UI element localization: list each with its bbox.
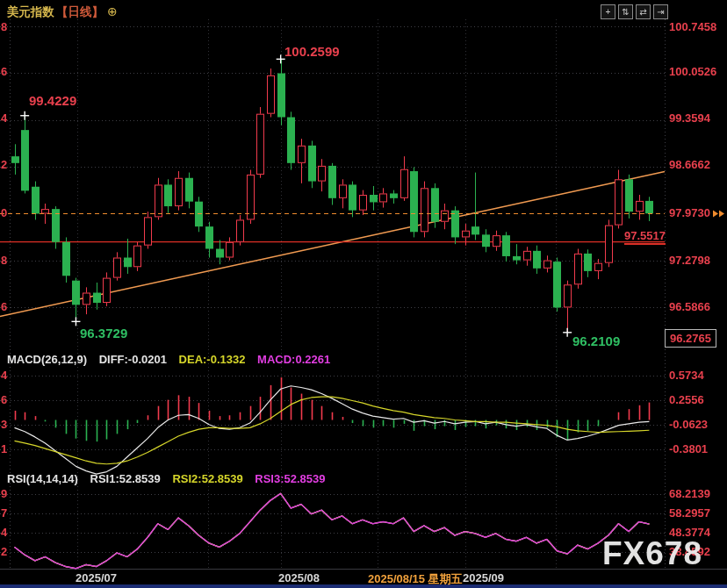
chart-canvas[interactable] xyxy=(0,0,727,588)
price-axis-label: 97.2798 xyxy=(669,254,710,268)
rsi-params-label: RSI(14,14,14) xyxy=(7,472,78,485)
macd-params-label: MACD(26,12,9) xyxy=(7,353,87,366)
macd-axis-label: 0.5734 xyxy=(669,369,704,383)
price-axis-label: 100.0526 xyxy=(669,65,716,79)
left-axis-digit: 1 xyxy=(1,442,7,456)
step-forward-icon[interactable]: ⇥ xyxy=(653,4,668,19)
axis-scale-icon[interactable]: ⇅ xyxy=(618,4,633,19)
annotation-peak-high: 100.2599 xyxy=(284,44,340,59)
left-axis-digit: 2 xyxy=(1,158,7,172)
crosshair-move-icon[interactable]: + xyxy=(601,4,615,19)
left-axis-digit: 7 xyxy=(1,506,7,520)
macd-macd-value: MACD:0.2261 xyxy=(257,353,330,366)
price-axis-label: 96.5866 xyxy=(669,300,710,314)
rsi3-value: RSI3:52.8539 xyxy=(255,472,325,485)
macd-diff-value: DIFF:-0.0201 xyxy=(99,353,167,366)
annotation-high-left: 99.4229 xyxy=(29,93,76,108)
annotation-low-right: 96.2109 xyxy=(572,333,620,348)
rsi-axis-label: 58.2957 xyxy=(669,506,710,520)
macd-axis-label: -0.3801 xyxy=(669,442,708,456)
chart-toolbar: + ⇅ ⇄ ⇥ xyxy=(601,4,668,19)
app-root: 美元指数【日线】⊕ + ⇅ ⇄ ⇥ 100.7458 100.0526 99.3… xyxy=(0,0,727,588)
rsi1-value: RSI1:52.8539 xyxy=(90,472,161,485)
macd-indicator-row: MACD(26,12,9) DIFF:-0.0201 DEA:-0.1332 M… xyxy=(7,353,339,366)
add-indicator-icon[interactable]: ⊕ xyxy=(107,4,118,18)
axis-pan-icon[interactable]: ⇄ xyxy=(636,4,651,19)
left-axis-digit: 0 xyxy=(1,206,7,220)
left-axis-digit: 6 xyxy=(1,300,7,314)
rsi2-value: RSI2:52.8539 xyxy=(172,472,242,485)
x-axis-label-sep: 2025/09 xyxy=(463,571,504,584)
chart-header: 美元指数【日线】⊕ xyxy=(7,4,118,20)
price-axis-label: 99.3594 xyxy=(669,111,710,125)
macd-axis-label: 0.2556 xyxy=(669,393,704,407)
rsi-axis-label: 68.2139 xyxy=(669,487,710,501)
x-axis-label-jul: 2025/07 xyxy=(76,571,117,584)
price-axis-label: 98.6662 xyxy=(669,158,710,172)
left-axis-digit: 2 xyxy=(1,545,7,559)
left-axis-digit: 8 xyxy=(1,20,7,34)
left-axis-digit: 6 xyxy=(1,65,7,79)
price-axis-label-current: 97.9730 xyxy=(669,206,710,220)
left-axis-digit: 8 xyxy=(1,254,7,268)
price-low-box: 96.2765 xyxy=(665,329,716,348)
x-axis-label-crosshair-date: 2025/08/15 星期五 xyxy=(368,571,463,587)
rsi-indicator-row: RSI(14,14,14) RSI1:52.8539 RSI2:52.8539 … xyxy=(7,472,335,485)
left-axis-digit: 4 xyxy=(1,111,7,125)
price-axis-label: 100.7458 xyxy=(669,20,716,34)
left-axis-digit: 4 xyxy=(1,526,7,540)
left-axis-digit: 6 xyxy=(1,393,7,407)
macd-dea-value: DEA:-0.1332 xyxy=(179,353,246,366)
x-axis-label-aug: 2025/08 xyxy=(278,571,320,584)
symbol-name: 美元指数 xyxy=(7,5,54,18)
left-axis-digit: 3 xyxy=(1,418,7,432)
macd-axis-label: -0.0623 xyxy=(669,418,708,432)
left-axis-digit: 4 xyxy=(1,369,7,383)
annotation-low-left: 96.3729 xyxy=(80,326,127,341)
timeframe-label[interactable]: 【日线】 xyxy=(56,5,104,18)
support-price-label: 97.5517 xyxy=(624,229,666,245)
fx678-watermark: FX678 xyxy=(602,535,702,572)
left-axis-digit: 9 xyxy=(1,487,7,501)
